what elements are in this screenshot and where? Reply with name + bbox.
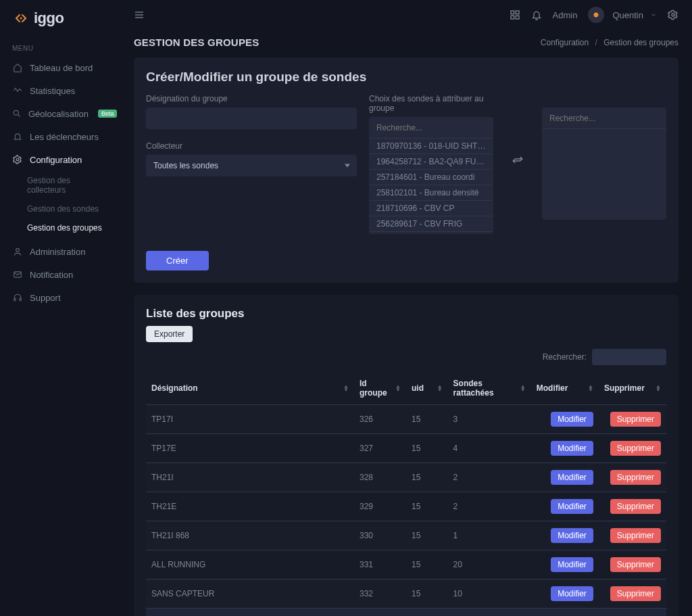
config-subnav: Gestion des collecteurs Gestion des sond… — [0, 171, 120, 240]
sidebar-item-stats[interactable]: Statistiques — [0, 79, 120, 102]
table-row: TH21I328152ModifierSupprimer — [146, 463, 666, 492]
modify-button[interactable]: Modifier — [551, 441, 593, 456]
user-menu[interactable]: Quentin — [588, 7, 657, 23]
designation-label: Désignation du groupe — [146, 94, 357, 103]
sort-icon[interactable]: ▲▼ — [520, 385, 526, 392]
subnav-groupes[interactable]: Gestion des groupes — [0, 218, 120, 237]
svg-point-15 — [672, 14, 674, 16]
modify-button[interactable]: Modifier — [551, 499, 593, 514]
apps-grid-icon[interactable] — [510, 9, 520, 20]
breadcrumb: Configuration / Gestion des groupes — [541, 38, 678, 47]
list-item[interactable]: 256289617 - CBV FRIG — [370, 216, 493, 232]
cell-sondes: 2 — [448, 492, 531, 521]
sidebar-item-notification[interactable]: Notification — [0, 263, 120, 286]
modify-button[interactable]: Modifier — [551, 586, 593, 601]
cell-sondes: 4 — [448, 434, 531, 463]
table-search-input[interactable] — [592, 349, 666, 365]
delete-button[interactable]: Supprimer — [610, 586, 661, 601]
available-search-input[interactable] — [370, 118, 493, 139]
sort-icon[interactable]: ▲▼ — [343, 385, 349, 392]
svg-rect-12 — [516, 11, 519, 14]
svg-rect-6 — [14, 298, 16, 301]
delete-button[interactable]: Supprimer — [610, 412, 661, 427]
cell-idgroupe: 326 — [354, 405, 406, 434]
table-row: TP17I326153ModifierSupprimer — [146, 405, 666, 434]
list-item[interactable]: 257184601 - Bureau coordi — [370, 170, 493, 185]
chevron-down-icon — [650, 11, 657, 18]
available-sondes-list: 1870970136 - 018-UID SHT21 NOBOX19642587… — [369, 117, 493, 234]
cell-idgroupe: 330 — [354, 521, 406, 550]
sidebar-item-dashboard[interactable]: Tableau de bord — [0, 56, 120, 79]
sidebar-item-label: Support — [30, 293, 61, 303]
sidebar-item-label: Administration — [30, 247, 85, 257]
notifications-icon[interactable] — [531, 9, 542, 20]
list-item[interactable]: 258610959 - CEMAFROID — [370, 232, 493, 233]
topbar-admin-label[interactable]: Admin — [553, 10, 578, 20]
collector-select[interactable]: Toutes les sondes — [146, 155, 357, 176]
sidebar-item-label: Géolocalisation — [28, 109, 89, 119]
activity-icon — [12, 85, 23, 96]
list-item[interactable]: 1964258712 - BA2-QA9 FUTUR — [370, 154, 493, 170]
sort-icon[interactable]: ▲▼ — [656, 385, 661, 392]
export-button[interactable]: Exporter — [146, 326, 193, 342]
form-title: Créer/Modifier un groupe de sondes — [146, 70, 666, 85]
delete-button[interactable]: Supprimer — [610, 470, 661, 485]
home-icon — [12, 62, 23, 73]
sidebar-item-label: Statistiques — [30, 86, 75, 96]
modify-button[interactable]: Modifier — [551, 528, 593, 543]
gear-icon[interactable] — [668, 9, 678, 20]
list-item[interactable]: 218710696 - CBV CP — [370, 201, 493, 216]
assigned-search-input[interactable] — [543, 108, 666, 129]
cell-designation: TH21E — [146, 492, 354, 521]
groups-list-panel: Liste des groupes Exporter Rechercher: D… — [134, 295, 678, 616]
table-search-label: Rechercher: — [543, 352, 587, 362]
cell-designation: ALL RUNNING — [146, 550, 354, 579]
headphones-icon — [12, 292, 23, 303]
subnav-collectors[interactable]: Gestion des collecteurs — [0, 171, 120, 199]
svg-point-0 — [20, 18, 22, 20]
th-sondes[interactable]: Sondes rattachées — [453, 379, 516, 398]
sidebar-item-admin[interactable]: Administration — [0, 240, 120, 263]
sort-icon[interactable]: ▲▼ — [588, 385, 593, 392]
swap-icon[interactable] — [512, 155, 524, 167]
list-item[interactable]: 1870970136 - 018-UID SHT21 NOBOX — [370, 139, 493, 154]
sidebar-item-triggers[interactable]: Les déclencheurs — [0, 125, 120, 148]
delete-button[interactable]: Supprimer — [610, 499, 661, 514]
delete-button[interactable]: Supprimer — [610, 528, 661, 543]
cell-sondes: 10 — [448, 579, 531, 609]
cell-idgroupe: 331 — [354, 550, 406, 579]
th-idgroupe[interactable]: Id groupe — [360, 379, 391, 398]
sidebar-item-label: Notification — [30, 270, 73, 280]
sort-icon[interactable]: ▲▼ — [437, 385, 443, 392]
topbar-user-name: Quentin — [612, 10, 643, 20]
mail-icon — [12, 269, 23, 280]
delete-button[interactable]: Supprimer — [610, 557, 661, 572]
cell-sondes: 20 — [448, 550, 531, 579]
primary-nav: Tableau de bord Statistiques Géolocalisa… — [0, 56, 120, 309]
cell-designation: TH21I 868 — [146, 521, 354, 550]
menu-toggle-icon[interactable] — [134, 9, 145, 20]
sidebar-item-geo[interactable]: Géolocalisation Beta — [0, 102, 120, 125]
modify-button[interactable]: Modifier — [551, 470, 593, 485]
beta-badge: Beta — [98, 110, 118, 118]
th-uid[interactable]: uid — [412, 383, 424, 393]
create-button[interactable]: Créer — [146, 251, 209, 270]
sidebar-item-label: Les déclencheurs — [30, 132, 99, 142]
brand-logo[interactable]: iggo — [0, 0, 120, 41]
brand-text: iggo — [34, 9, 64, 27]
sidebar-item-config[interactable]: Configuration — [0, 148, 120, 171]
designation-input[interactable] — [146, 108, 357, 129]
modify-button[interactable]: Modifier — [551, 557, 593, 572]
bell-icon — [12, 131, 23, 142]
table-row: TH21E329152ModifierSupprimer — [146, 492, 666, 521]
delete-button[interactable]: Supprimer — [610, 441, 661, 456]
breadcrumb-parent[interactable]: Configuration — [541, 38, 589, 47]
sidebar-item-support[interactable]: Support — [0, 286, 120, 309]
list-item[interactable]: 258102101 - Bureau densité — [370, 185, 493, 201]
cell-designation: TP17E — [146, 434, 354, 463]
th-designation[interactable]: Désignation — [151, 383, 198, 393]
subnav-sondes[interactable]: Gestion des sondes — [0, 199, 120, 218]
sort-icon[interactable]: ▲▼ — [395, 385, 401, 392]
modify-button[interactable]: Modifier — [551, 412, 593, 427]
topbar: Admin Quentin — [120, 0, 692, 30]
